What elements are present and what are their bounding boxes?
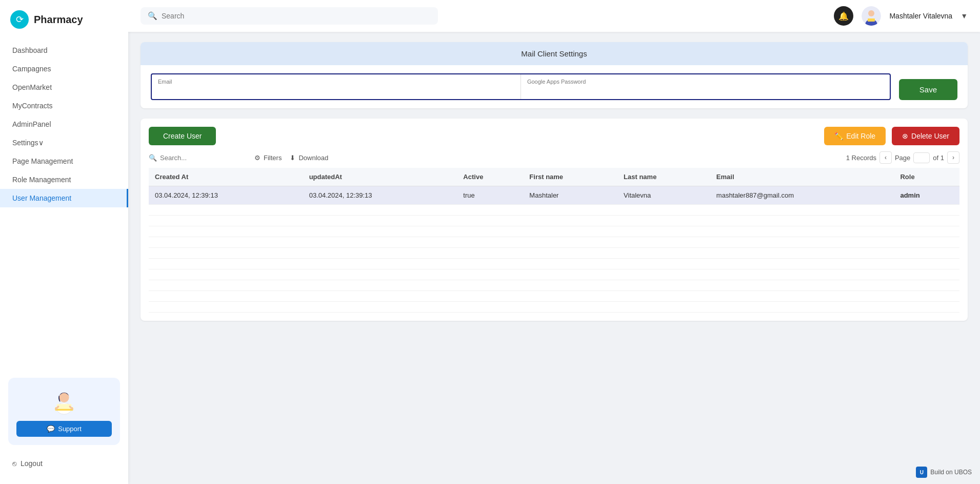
table-row[interactable] — [149, 248, 959, 259]
page-label: Page — [895, 154, 910, 162]
col-last-name: Last name — [617, 168, 710, 186]
table-row[interactable] — [149, 205, 959, 216]
logout-item[interactable]: ⎋ Logout — [0, 453, 128, 474]
search-icon: 🔍 — [148, 11, 157, 21]
table-row[interactable] — [149, 226, 959, 237]
col-role: Role — [894, 168, 959, 186]
filter-icon: ⚙ — [254, 154, 261, 162]
toolbar-right: ✏️ Edit Role ⊗ Delete User — [824, 127, 959, 145]
cell-role: admin — [894, 186, 959, 205]
mail-settings-body: Email Google Apps Password Save — [141, 65, 968, 108]
build-on-ubos: U Build on UBOS — [916, 467, 972, 478]
table-search-input[interactable] — [160, 154, 246, 162]
cell-updated-at: 03.04.2024, 12:39:13 — [303, 186, 457, 205]
page-number-input[interactable]: 1 — [913, 152, 930, 163]
logout-icon: ⎋ — [12, 459, 16, 468]
table-row[interactable]: 03.04.2024, 12:39:13 03.04.2024, 12:39:1… — [149, 186, 959, 205]
users-table: Created At updatedAt Active First name L… — [149, 168, 959, 313]
download-label: Download — [298, 154, 328, 162]
download-icon: ⬇ — [290, 154, 295, 162]
table-row[interactable] — [149, 216, 959, 226]
col-updated-at: updatedAt — [303, 168, 457, 186]
table-controls: 🔍 ⚙ Filters ⬇ Download 1 Records ‹ Page … — [149, 151, 959, 164]
svg-rect-8 — [868, 18, 875, 22]
header: 🔍 🔔 Mashtaler Vitalevna ▼ — [128, 0, 980, 32]
download-button[interactable]: ⬇ Download — [290, 154, 328, 162]
cell-email: mashtaler887@gmail.com — [710, 186, 894, 205]
table-body: 03.04.2024, 12:39:13 03.04.2024, 12:39:1… — [149, 186, 959, 313]
cell-active: true — [457, 186, 523, 205]
ubos-logo-icon: U — [916, 467, 927, 478]
mail-settings-card: Mail Client Settings Email Google Apps P… — [141, 42, 968, 108]
mail-form: Email Google Apps Password — [151, 73, 891, 100]
notification-icon[interactable]: 🔔 — [834, 6, 853, 26]
save-button[interactable]: Save — [899, 79, 957, 100]
support-illustration-icon — [44, 386, 85, 417]
next-page-button[interactable]: › — [947, 151, 959, 164]
sidebar-header: ⟳ Pharmacy — [0, 10, 128, 41]
cell-last-name: Vitalevna — [617, 186, 710, 205]
sidebar-item-settings[interactable]: Settings∨ — [0, 133, 128, 152]
email-label: Email — [158, 79, 514, 85]
table-row[interactable] — [149, 280, 959, 291]
edit-icon: ✏️ — [834, 132, 843, 140]
table-row[interactable] — [149, 291, 959, 302]
col-first-name: First name — [523, 168, 617, 186]
col-email: Email — [710, 168, 894, 186]
delete-icon: ⊗ — [902, 132, 908, 140]
dropdown-arrow-icon[interactable]: ▼ — [961, 12, 968, 20]
edit-role-label: Edit Role — [846, 132, 875, 140]
user-avatar — [862, 6, 881, 26]
filters-button[interactable]: ⚙ Filters — [254, 154, 282, 162]
chat-icon: 💬 — [47, 425, 55, 433]
sidebar-nav: Dashboard Campagnes OpenMarket MyContrac… — [0, 41, 128, 370]
header-right: 🔔 Mashtaler Vitalevna ▼ — [834, 6, 968, 26]
sidebar-item-openmarket[interactable]: OpenMarket — [0, 78, 128, 96]
user-management-toolbar: Create User ✏️ Edit Role ⊗ Delete User — [149, 127, 959, 145]
build-on-ubos-label: Build on UBOS — [930, 469, 972, 476]
mail-settings-title: Mail Client Settings — [141, 42, 968, 65]
col-active: Active — [457, 168, 523, 186]
table-row[interactable] — [149, 237, 959, 248]
support-label: Support — [58, 425, 82, 433]
of-pages: of 1 — [933, 154, 944, 162]
records-count: 1 Records — [846, 154, 876, 162]
col-created-at: Created At — [149, 168, 303, 186]
pagination: 1 Records ‹ Page 1 of 1 › — [846, 151, 959, 164]
table-row[interactable] — [149, 302, 959, 313]
delete-user-button[interactable]: ⊗ Delete User — [892, 127, 959, 145]
sidebar-title: Pharmacy — [34, 14, 83, 26]
table-search[interactable]: 🔍 — [149, 154, 246, 162]
cell-first-name: Mashtaler — [523, 186, 617, 205]
sidebar-item-campagnes[interactable]: Campagnes — [0, 60, 128, 78]
sidebar-item-mycontracts[interactable]: MyContracts — [0, 96, 128, 115]
sidebar-item-user-management[interactable]: User Management — [0, 189, 128, 207]
main-area: 🔍 🔔 Mashtaler Vitalevna ▼ Mail Client Se… — [128, 0, 980, 484]
sidebar-item-adminpanel[interactable]: AdminPanel — [0, 115, 128, 133]
search-bar[interactable]: 🔍 — [141, 7, 438, 25]
filters-label: Filters — [264, 154, 282, 162]
svg-point-7 — [868, 10, 874, 16]
user-management-section: Create User ✏️ Edit Role ⊗ Delete User 🔍 — [141, 119, 968, 321]
sidebar-item-page-management[interactable]: Page Management — [0, 152, 128, 170]
table-row[interactable] — [149, 269, 959, 280]
edit-role-button[interactable]: ✏️ Edit Role — [824, 127, 886, 145]
email-input[interactable] — [158, 87, 514, 95]
table-search-icon: 🔍 — [149, 154, 157, 162]
password-label: Google Apps Password — [527, 79, 884, 85]
table-header: Created At updatedAt Active First name L… — [149, 168, 959, 186]
table-row[interactable] — [149, 259, 959, 269]
sidebar-item-dashboard[interactable]: Dashboard — [0, 41, 128, 60]
delete-user-label: Delete User — [911, 132, 949, 140]
password-input[interactable] — [527, 87, 884, 95]
sidebar: ⟳ Pharmacy Dashboard Campagnes OpenMarke… — [0, 0, 128, 484]
logout-label: Logout — [21, 459, 43, 468]
support-button[interactable]: 💬 Support — [16, 421, 112, 437]
search-input[interactable] — [162, 12, 431, 20]
support-box: 💬 Support — [8, 378, 120, 445]
pharmacy-logo-icon: ⟳ — [10, 10, 29, 29]
prev-page-button[interactable]: ‹ — [879, 151, 892, 164]
sidebar-item-role-management[interactable]: Role Management — [0, 170, 128, 189]
create-user-button[interactable]: Create User — [149, 127, 216, 145]
content-area: Mail Client Settings Email Google Apps P… — [128, 32, 980, 484]
